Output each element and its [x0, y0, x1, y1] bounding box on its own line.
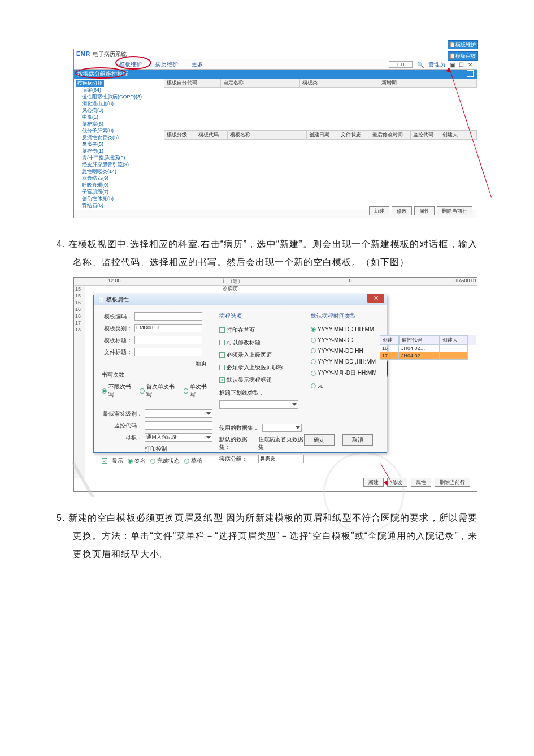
- rh-col[interactable]: 创建: [380, 335, 399, 345]
- radio-print-done[interactable]: [150, 459, 155, 464]
- tree-node[interactable]: 慢性阻塞性肺病(COPD)(3): [76, 93, 162, 100]
- btn-cancel[interactable]: 取消: [342, 434, 373, 446]
- tree-node[interactable]: 中毒(1): [76, 114, 162, 120]
- btn-delete-row-2[interactable]: 删除当前行: [435, 478, 470, 487]
- btn-props-2[interactable]: 属性: [411, 478, 431, 487]
- col-header[interactable]: 新增期: [379, 79, 477, 87]
- user-label[interactable]: 管理员: [428, 61, 445, 68]
- col-header[interactable]: 最后修改时间: [370, 131, 411, 139]
- grid-body-top[interactable]: [164, 88, 477, 131]
- input-file[interactable]: [134, 348, 202, 356]
- side-tab-template-maint[interactable]: 📋 模板维护: [448, 40, 478, 49]
- search-icon[interactable]: 🔍: [417, 62, 424, 68]
- chk-edit-title[interactable]: [219, 340, 225, 345]
- radio-time-5[interactable]: [311, 371, 316, 376]
- chk-newpage[interactable]: [188, 361, 193, 366]
- chk-superior[interactable]: [219, 352, 225, 358]
- btn-props[interactable]: 属性: [414, 206, 435, 215]
- tree-node[interactable]: 脑挫伤(1): [76, 148, 162, 154]
- col-header[interactable]: 模板分级: [164, 131, 196, 139]
- chk-superior-title[interactable]: [219, 365, 225, 370]
- cell[interactable]: JH04.02…: [399, 345, 440, 352]
- col-header[interactable]: 监控代码: [411, 131, 440, 139]
- col-header[interactable]: 模板代码: [196, 131, 228, 139]
- search-input[interactable]: EH: [389, 61, 413, 68]
- input-disease[interactable]: 鼻窦炎: [258, 455, 304, 463]
- col-header[interactable]: 模板自分代码: [164, 79, 221, 87]
- tree-node[interactable]: 呼吸衰竭(9): [76, 182, 162, 188]
- lbl-def-ds: 默认的数据集：: [219, 435, 256, 451]
- tree-node[interactable]: 胃炎(3): [76, 209, 162, 210]
- btn-new-2[interactable]: 新建: [363, 478, 384, 487]
- menu-record-maint[interactable]: 病历维护: [155, 61, 178, 68]
- left-ruler: 15151616161718: [74, 286, 85, 478]
- btn-edit[interactable]: 修改: [392, 206, 412, 215]
- input-monitor-code[interactable]: [145, 421, 212, 430]
- tree-node[interactable]: 胃/十二指肠溃疡(9): [76, 154, 162, 161]
- radio-label: YYYY-MM-DD HH: [318, 348, 363, 354]
- close-icon[interactable]: ✕: [367, 294, 384, 303]
- col-header[interactable]: 模板类: [300, 79, 379, 87]
- radio-time-6[interactable]: [311, 383, 316, 388]
- radio-print-draft[interactable]: [184, 459, 189, 464]
- cell[interactable]: JH04.02…: [399, 352, 440, 360]
- select-use-ds[interactable]: [262, 424, 302, 432]
- col-header[interactable]: 创建日期: [307, 131, 338, 139]
- radio-write-first[interactable]: [140, 388, 145, 394]
- radio-time-1[interactable]: [311, 327, 316, 332]
- radio-write-unlimited[interactable]: [102, 388, 107, 394]
- tree-node[interactable]: 肾结石(6): [76, 202, 162, 209]
- radio-label: YYYY-M月-D日 HH:MM: [318, 369, 377, 377]
- tree-node[interactable]: 鼻窦炎(5): [76, 141, 162, 148]
- btn-new[interactable]: 新建: [369, 206, 389, 215]
- select-sign-level[interactable]: [145, 409, 212, 418]
- radio-time-4[interactable]: [311, 359, 316, 364]
- dialog-titlebar[interactable]: 🧾 模板属性 ✕: [94, 294, 387, 305]
- tree-node[interactable]: 消化道出血(8): [76, 100, 162, 107]
- radio-time-2[interactable]: [311, 338, 316, 343]
- radio-label: 不限次书写: [108, 383, 136, 399]
- radio-write-single[interactable]: [184, 388, 189, 394]
- tree-node[interactable]: 病案(64): [76, 87, 162, 93]
- tree-node[interactable]: 创伤性休克(5): [76, 195, 162, 202]
- side-tab-template-audit[interactable]: 📋 模板审核: [448, 51, 478, 61]
- red-arrow-head-1: [446, 67, 451, 72]
- col-header[interactable]: 自定名称: [221, 79, 300, 87]
- tree-node[interactable]: 胆囊结石(9): [76, 175, 162, 182]
- btn-ok[interactable]: 确定: [304, 434, 335, 446]
- chk-print-first[interactable]: [219, 327, 225, 333]
- tree-node[interactable]: 低分子肝素(0): [76, 127, 162, 134]
- radio-time-3[interactable]: [311, 348, 316, 353]
- cell[interactable]: [440, 352, 468, 360]
- tree-node[interactable]: 风心病(3): [76, 107, 162, 114]
- disease-tree[interactable]: 按疾病分组 病案(64) 慢性阻塞性肺病(COPD)(3) 消化道出血(8) 风…: [74, 79, 164, 210]
- select-parent[interactable]: 通用入院记录: [145, 433, 212, 442]
- step-4-text: 4. 在模板视图中,选择相应的科室,右击“病历”，选中“新建”。则会出现一个新建…: [57, 235, 477, 271]
- expand-icon[interactable]: [467, 70, 474, 77]
- lbl-parent: 母板：: [102, 434, 142, 442]
- rh-col[interactable]: 创建人: [440, 335, 468, 345]
- col-header[interactable]: 文件状态: [338, 131, 370, 139]
- col-header[interactable]: 模板名称: [228, 131, 307, 139]
- btn-delete-row[interactable]: 删除当前行: [437, 206, 472, 215]
- chk-show-progress-title[interactable]: ✓: [219, 377, 225, 383]
- tree-node[interactable]: 子宫肌瘤(7): [76, 188, 162, 195]
- tree-node[interactable]: 反流性食管炎(5): [76, 134, 162, 141]
- radio-print-sign[interactable]: [128, 459, 133, 464]
- input-code[interactable]: [134, 312, 202, 321]
- chevron-down-icon: [206, 412, 211, 415]
- tree-node[interactable]: 脑梗塞(8): [76, 120, 162, 127]
- tree-node[interactable]: 急性咽喉炎(14): [76, 168, 162, 175]
- emr-title: 电子病历系统: [93, 50, 127, 58]
- cell[interactable]: 17: [380, 352, 399, 360]
- menu-more[interactable]: 更多: [192, 61, 203, 68]
- input-caption[interactable]: [134, 336, 202, 344]
- tree-node[interactable]: 经皮肝穿胆管引流(8): [76, 161, 162, 168]
- tree-root-selected[interactable]: 按疾病分组: [76, 80, 104, 87]
- select-underline[interactable]: [219, 400, 298, 409]
- rh-col[interactable]: 监控代码: [399, 335, 440, 345]
- cell[interactable]: [440, 345, 468, 352]
- chk-show[interactable]: ✓: [102, 458, 107, 464]
- cell[interactable]: 16: [380, 345, 399, 352]
- input-type[interactable]: EMR08.01: [134, 324, 202, 332]
